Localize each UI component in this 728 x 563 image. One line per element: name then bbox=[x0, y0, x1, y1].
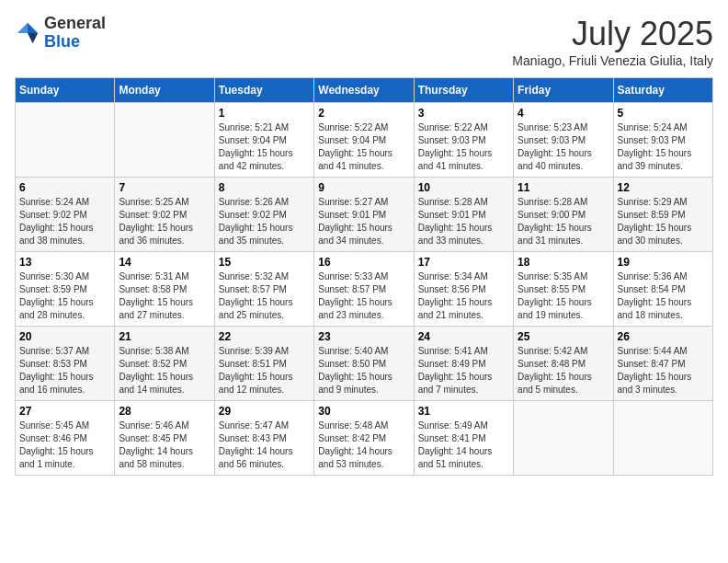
day-detail: Sunrise: 5:33 AM Sunset: 8:57 PM Dayligh… bbox=[318, 270, 409, 322]
page-header: General Blue July 2025 Maniago, Friuli V… bbox=[15, 15, 713, 68]
day-number: 11 bbox=[518, 181, 609, 194]
day-number: 7 bbox=[119, 181, 210, 194]
calendar-cell: 3Sunrise: 5:22 AM Sunset: 9:03 PM Daylig… bbox=[414, 103, 513, 178]
day-number: 26 bbox=[618, 330, 709, 343]
calendar-cell: 12Sunrise: 5:29 AM Sunset: 8:59 PM Dayli… bbox=[613, 178, 712, 252]
calendar-cell: 21Sunrise: 5:38 AM Sunset: 8:52 PM Dayli… bbox=[115, 327, 214, 401]
day-number: 13 bbox=[19, 256, 110, 269]
day-detail: Sunrise: 5:32 AM Sunset: 8:57 PM Dayligh… bbox=[219, 270, 310, 322]
day-detail: Sunrise: 5:27 AM Sunset: 9:01 PM Dayligh… bbox=[318, 196, 409, 247]
day-detail: Sunrise: 5:36 AM Sunset: 8:54 PM Dayligh… bbox=[618, 270, 709, 322]
day-detail: Sunrise: 5:42 AM Sunset: 8:48 PM Dayligh… bbox=[518, 345, 609, 396]
day-number: 30 bbox=[318, 405, 409, 418]
day-number: 25 bbox=[518, 330, 609, 343]
day-number: 2 bbox=[318, 107, 409, 120]
day-number: 31 bbox=[418, 405, 509, 418]
weekday-header-friday: Friday bbox=[514, 78, 613, 103]
day-number: 18 bbox=[518, 256, 609, 269]
day-detail: Sunrise: 5:31 AM Sunset: 8:58 PM Dayligh… bbox=[119, 270, 210, 322]
weekday-header-row: SundayMondayTuesdayWednesdayThursdayFrid… bbox=[16, 78, 713, 103]
logo-icon bbox=[15, 20, 40, 46]
day-number: 1 bbox=[219, 107, 310, 120]
calendar-cell bbox=[16, 103, 115, 178]
day-detail: Sunrise: 5:24 AM Sunset: 9:03 PM Dayligh… bbox=[618, 121, 709, 173]
calendar-cell bbox=[115, 103, 214, 178]
day-detail: Sunrise: 5:30 AM Sunset: 8:59 PM Dayligh… bbox=[19, 270, 110, 322]
calendar-cell: 28Sunrise: 5:46 AM Sunset: 8:45 PM Dayli… bbox=[115, 401, 214, 476]
calendar-cell: 7Sunrise: 5:25 AM Sunset: 9:02 PM Daylig… bbox=[115, 178, 214, 252]
day-detail: Sunrise: 5:46 AM Sunset: 8:45 PM Dayligh… bbox=[119, 419, 210, 471]
svg-marker-0 bbox=[28, 23, 38, 33]
calendar-cell: 11Sunrise: 5:28 AM Sunset: 9:00 PM Dayli… bbox=[514, 178, 613, 252]
title-area: July 2025 Maniago, Friuli Venezia Giulia… bbox=[512, 15, 713, 68]
calendar-cell: 31Sunrise: 5:49 AM Sunset: 8:41 PM Dayli… bbox=[414, 401, 513, 476]
day-number: 15 bbox=[219, 256, 310, 269]
calendar-cell: 16Sunrise: 5:33 AM Sunset: 8:57 PM Dayli… bbox=[314, 252, 414, 327]
calendar-cell: 22Sunrise: 5:39 AM Sunset: 8:51 PM Dayli… bbox=[214, 327, 313, 401]
day-number: 5 bbox=[618, 107, 709, 120]
day-number: 10 bbox=[418, 181, 509, 194]
day-detail: Sunrise: 5:28 AM Sunset: 9:01 PM Dayligh… bbox=[418, 196, 509, 247]
day-detail: Sunrise: 5:35 AM Sunset: 8:55 PM Dayligh… bbox=[518, 270, 609, 322]
svg-marker-2 bbox=[17, 23, 28, 33]
calendar-table: SundayMondayTuesdayWednesdayThursdayFrid… bbox=[15, 77, 713, 476]
day-detail: Sunrise: 5:47 AM Sunset: 8:43 PM Dayligh… bbox=[219, 419, 310, 471]
day-number: 14 bbox=[119, 256, 210, 269]
calendar-cell: 25Sunrise: 5:42 AM Sunset: 8:48 PM Dayli… bbox=[514, 327, 613, 401]
day-detail: Sunrise: 5:26 AM Sunset: 9:02 PM Dayligh… bbox=[219, 196, 310, 247]
svg-marker-1 bbox=[28, 33, 38, 43]
calendar-cell: 6Sunrise: 5:24 AM Sunset: 9:02 PM Daylig… bbox=[16, 178, 115, 252]
calendar-cell: 17Sunrise: 5:34 AM Sunset: 8:56 PM Dayli… bbox=[414, 252, 513, 327]
day-number: 20 bbox=[19, 330, 110, 343]
logo-general-text: General bbox=[44, 14, 106, 32]
day-detail: Sunrise: 5:37 AM Sunset: 8:53 PM Dayligh… bbox=[19, 345, 110, 396]
calendar-week-row: 1Sunrise: 5:21 AM Sunset: 9:04 PM Daylig… bbox=[16, 103, 713, 178]
day-detail: Sunrise: 5:29 AM Sunset: 8:59 PM Dayligh… bbox=[618, 196, 709, 247]
calendar-cell: 30Sunrise: 5:48 AM Sunset: 8:42 PM Dayli… bbox=[314, 401, 414, 476]
calendar-cell: 27Sunrise: 5:45 AM Sunset: 8:46 PM Dayli… bbox=[16, 401, 115, 476]
day-detail: Sunrise: 5:40 AM Sunset: 8:50 PM Dayligh… bbox=[318, 345, 409, 396]
calendar-cell: 8Sunrise: 5:26 AM Sunset: 9:02 PM Daylig… bbox=[214, 178, 313, 252]
calendar-week-row: 27Sunrise: 5:45 AM Sunset: 8:46 PM Dayli… bbox=[16, 401, 713, 476]
day-detail: Sunrise: 5:49 AM Sunset: 8:41 PM Dayligh… bbox=[418, 419, 509, 471]
day-number: 12 bbox=[618, 181, 709, 194]
calendar-cell: 14Sunrise: 5:31 AM Sunset: 8:58 PM Dayli… bbox=[115, 252, 214, 327]
day-detail: Sunrise: 5:45 AM Sunset: 8:46 PM Dayligh… bbox=[19, 419, 110, 471]
calendar-cell: 1Sunrise: 5:21 AM Sunset: 9:04 PM Daylig… bbox=[214, 103, 313, 178]
day-number: 21 bbox=[119, 330, 210, 343]
day-number: 29 bbox=[219, 405, 310, 418]
day-number: 24 bbox=[418, 330, 509, 343]
day-number: 4 bbox=[518, 107, 609, 120]
weekday-header-tuesday: Tuesday bbox=[214, 78, 313, 103]
day-detail: Sunrise: 5:38 AM Sunset: 8:52 PM Dayligh… bbox=[119, 345, 210, 396]
calendar-cell: 19Sunrise: 5:36 AM Sunset: 8:54 PM Dayli… bbox=[613, 252, 712, 327]
weekday-header-wednesday: Wednesday bbox=[314, 78, 414, 103]
calendar-cell bbox=[514, 401, 613, 476]
calendar-cell: 29Sunrise: 5:47 AM Sunset: 8:43 PM Dayli… bbox=[214, 401, 313, 476]
day-detail: Sunrise: 5:34 AM Sunset: 8:56 PM Dayligh… bbox=[418, 270, 509, 322]
day-detail: Sunrise: 5:25 AM Sunset: 9:02 PM Dayligh… bbox=[119, 196, 210, 247]
location-title: Maniago, Friuli Venezia Giulia, Italy bbox=[512, 53, 713, 68]
day-number: 8 bbox=[219, 181, 310, 194]
weekday-header-saturday: Saturday bbox=[613, 78, 712, 103]
calendar-cell: 4Sunrise: 5:23 AM Sunset: 9:03 PM Daylig… bbox=[514, 103, 613, 178]
day-number: 23 bbox=[318, 330, 409, 343]
day-number: 6 bbox=[19, 181, 110, 194]
weekday-header-sunday: Sunday bbox=[16, 78, 115, 103]
calendar-cell: 24Sunrise: 5:41 AM Sunset: 8:49 PM Dayli… bbox=[414, 327, 513, 401]
logo: General Blue bbox=[15, 15, 106, 52]
day-detail: Sunrise: 5:22 AM Sunset: 9:03 PM Dayligh… bbox=[418, 121, 509, 173]
weekday-header-monday: Monday bbox=[115, 78, 214, 103]
calendar-week-row: 20Sunrise: 5:37 AM Sunset: 8:53 PM Dayli… bbox=[16, 327, 713, 401]
day-number: 9 bbox=[318, 181, 409, 194]
calendar-cell: 2Sunrise: 5:22 AM Sunset: 9:04 PM Daylig… bbox=[314, 103, 414, 178]
day-detail: Sunrise: 5:39 AM Sunset: 8:51 PM Dayligh… bbox=[219, 345, 310, 396]
calendar-cell: 10Sunrise: 5:28 AM Sunset: 9:01 PM Dayli… bbox=[414, 178, 513, 252]
calendar-cell: 18Sunrise: 5:35 AM Sunset: 8:55 PM Dayli… bbox=[514, 252, 613, 327]
day-number: 16 bbox=[318, 256, 409, 269]
calendar-cell: 26Sunrise: 5:44 AM Sunset: 8:47 PM Dayli… bbox=[613, 327, 712, 401]
calendar-cell: 5Sunrise: 5:24 AM Sunset: 9:03 PM Daylig… bbox=[613, 103, 712, 178]
day-detail: Sunrise: 5:48 AM Sunset: 8:42 PM Dayligh… bbox=[318, 419, 409, 471]
day-detail: Sunrise: 5:41 AM Sunset: 8:49 PM Dayligh… bbox=[418, 345, 509, 396]
calendar-week-row: 6Sunrise: 5:24 AM Sunset: 9:02 PM Daylig… bbox=[16, 178, 713, 252]
